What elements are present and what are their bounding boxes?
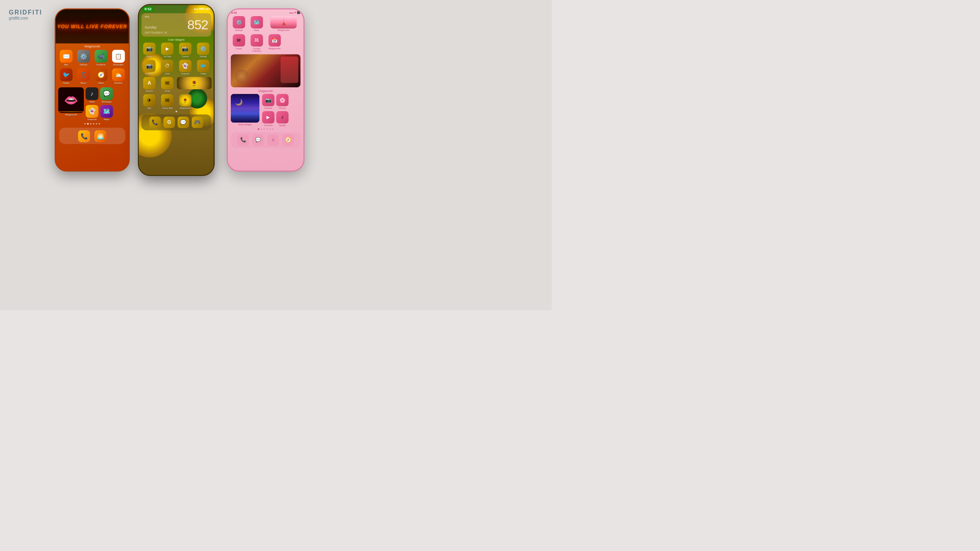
camera3-icon: 📷 [262,94,275,107]
dock3-messages-icon: 💬 [252,134,264,146]
dock3-compass[interactable]: 🧭 [283,134,294,146]
amazon-label: Amazon [146,90,153,92]
app-grid-row3-right: ♪ Tiktok 💬 Whatsapp 👻 Snapchat 🗺️ Maps [85,87,113,121]
app2-snapchat[interactable]: 👻 Snapchat [177,60,194,75]
city-overlay [231,114,259,123]
clock-time-big: 852 [156,18,208,31]
instagram-label: Instagram [145,72,154,75]
time-phone2: 8:52 [142,7,154,11]
paris-widget-img: 🗼 [270,16,297,29]
app3-gmail[interactable]: ✉ Gmail [231,34,247,52]
app-reminders[interactable]: 📋 Reminders [110,50,126,66]
youtube3-icon: ▶ [262,111,275,124]
photos3-label: Photos [279,107,286,109]
widgetsmith-label1: Widgetsmith [56,43,129,49]
dock3-messages[interactable]: 💬 [252,134,264,146]
app3-camera[interactable]: 📷 Camera [262,94,275,109]
app-tiktok[interactable]: ♪ Tiktok [85,87,98,103]
youtube-label: YouTube [163,55,171,58]
dock2-phone[interactable]: 📞 [149,117,161,128]
app2-youtube[interactable]: ▶ YouTube [159,43,176,58]
mail-icon: ✉️ [60,50,72,63]
app2-mail[interactable]: ✈ Mail [141,94,158,109]
app-snapchat[interactable]: 👻 Snapchat [85,105,98,121]
widgetsmith-bottom-label: Widgetsmith [65,114,77,116]
app2-photos[interactable]: 📷 Photos [141,43,158,58]
spotify-label: Spotify [279,124,286,126]
lips-emoji: 👄 [64,93,78,107]
app2-settings[interactable]: ⚙️ Settings [195,43,212,58]
app-weather[interactable]: ⛅ Weather [110,69,126,85]
dock2-google[interactable]: G [163,117,175,128]
phone1: YOU WILL LIVE FOREVER Widgetsmith ✉️ Mai… [55,8,130,172]
maps3-label: Maps [254,29,259,31]
app-facetime[interactable]: 📹 Facetime [93,50,109,66]
page-dots-phone3 [228,127,304,130]
dock2-messages-icon: 💬 [178,117,189,128]
photos-label: Photos [146,55,152,58]
youtube-icon: ▶ [161,43,174,55]
app-grid-row2: 🐦 Twitter 🎵 Music 🧭 Safari ⛅ Weather [56,67,129,85]
instagram-icon: 📷 [143,60,156,72]
dot2-1 [176,111,177,112]
widgetsmith2-label: Widgetsmith [180,107,191,109]
app3-settings[interactable]: ⚙️ Settings [231,16,247,31]
dock3-appstore[interactable]: A [267,134,279,146]
camera-icon: 📸 [179,43,192,55]
moon-icon: 🌙 [235,98,243,106]
anime-cat [235,70,248,83]
app-mail[interactable]: ✉️ Mail [58,50,74,66]
app3-widgetsmith[interactable]: 📅 Widgetsmith [266,34,283,52]
dock2-messages[interactable]: 💬 [178,117,189,128]
app2-widgetsmith[interactable]: 🌻 Widgetsmith [177,94,194,109]
app3-maps[interactable]: 🗺️ Maps [249,16,265,31]
dock2-discord[interactable]: 🎮 [192,117,203,128]
dock-phone[interactable]: 📞 [78,130,90,142]
app3-spotify[interactable]: ♪ Spotify [276,111,289,126]
app3-gcal[interactable]: 31 Google Calendar [249,34,265,52]
phone3: 8:42 ●●● ≋ ⬛ ⚙️ Settings 🗺️ Maps [227,8,304,172]
app2-empty [195,94,212,109]
app2-instagram[interactable]: 📷 Instagram [141,60,158,75]
app2-twitter[interactable]: 🐦 Twitter [195,60,212,75]
app-maps[interactable]: 🗺️ Maps [100,105,113,121]
signal-icons-phone3: ●●● ≋ ⬛ [289,11,300,14]
app-twitter[interactable]: 🐦 Twitter [58,69,74,85]
paris-widget: 🗼 Widgetsmith [266,16,301,31]
clock-label: Clock [165,72,170,75]
app3-photos[interactable]: 🌸 Photos [276,94,289,109]
dock3-phone[interactable]: 📞 [237,134,249,146]
dot2 [87,123,89,125]
tiktok-label: Tiktok [89,101,95,103]
spotify-icon: ♪ [276,111,289,124]
photo-widget: 🌙 [231,94,259,123]
youtube3-label: YouTube [264,124,273,126]
mail-label: Mail [64,63,68,66]
page-dots-phone1 [56,122,129,126]
neon-text: YOU WILL LIVE FOREVER [57,23,127,29]
music-label: Music [81,82,87,84]
dot3-5 [269,128,271,130]
app-grid3-row1: ⚙️ Settings 🗺️ Maps 🗼 Widgetsmith [228,15,304,33]
app-music[interactable]: 🎵 Music [76,69,91,85]
app-safari[interactable]: 🧭 Safari [93,69,109,85]
app-settings[interactable]: ⚙️ Settings [76,50,91,66]
app2-school-mail[interactable]: ✉ School Mail [159,94,176,109]
dot4 [93,123,94,125]
app3-youtube[interactable]: ▶ YouTube [262,111,275,126]
dot3-2 [261,128,262,130]
reminders-label: Reminders [113,63,123,66]
app2-clock[interactable]: ⏱ Clock [159,60,176,75]
app2-amazon[interactable]: A Amazon [141,77,158,92]
app2-gmail[interactable]: ✉ Gmail [159,77,176,92]
dock3-compass-icon: 🧭 [283,134,294,146]
app-grid-row3: 👄 Widgetsmith ♪ Tiktok 💬 Whatsapp [56,87,129,122]
dot3-6 [272,128,274,130]
anime-figure [281,56,298,83]
settings3-label: Settings [235,29,243,31]
brand-url: gridfiti.com [9,16,42,21]
app2-camera[interactable]: 📸 Camera [177,43,194,58]
app-whatsapp[interactable]: 💬 Whatsapp [100,87,113,103]
dock-sunset[interactable]: 🌅 [94,130,106,142]
twitter2-label: Twitter [200,72,206,75]
